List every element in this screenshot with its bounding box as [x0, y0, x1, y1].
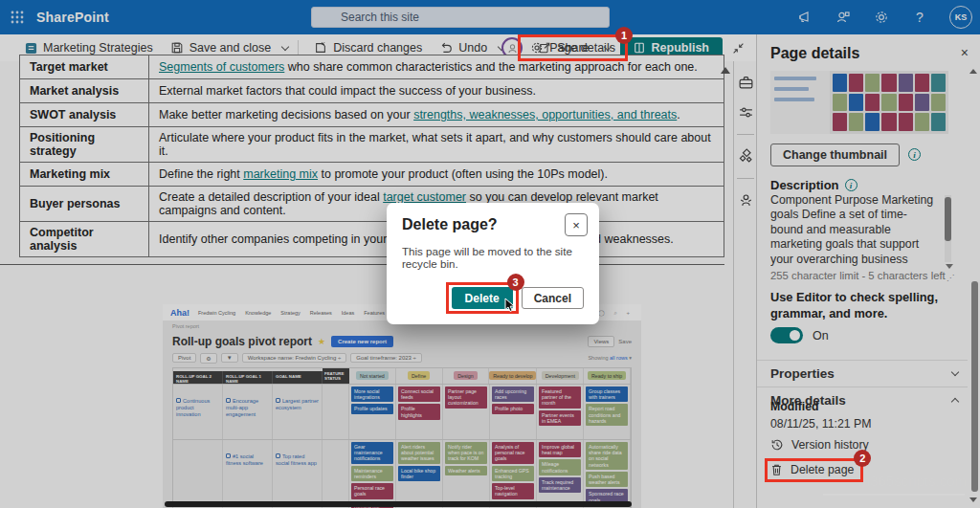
aha-feature-chip: Featured partner of the month	[539, 387, 581, 409]
version-history-button[interactable]: Version history	[770, 438, 869, 452]
divider	[737, 134, 754, 135]
aha-pivot-grid: ROLL-UP GOAL 2 NAMEROLL-UP GOAL 1 NAMEGO…	[172, 367, 632, 508]
aha-goal-header: ROLL-UP GOAL 1 NAME	[223, 371, 273, 384]
aha-status-column: Improve global heat mapMileage notificat…	[537, 440, 584, 508]
aha-feature-chip: Analysis of personal race goals	[492, 442, 534, 464]
aha-pivot-row: Continuous product innovationEncourage m…	[173, 384, 631, 439]
aha-feature-chip: Report road conditions and hazards	[586, 404, 628, 426]
table-desc-cell: External market factors that could impac…	[149, 79, 724, 103]
search-input[interactable]	[311, 7, 610, 28]
table-link[interactable]: target customer	[383, 190, 466, 204]
share-icon	[538, 41, 551, 55]
table-text: Create a detailed description of your id…	[159, 190, 383, 204]
property-pane-icon[interactable]	[738, 104, 754, 121]
app-launcher-icon[interactable]	[0, 0, 34, 34]
thumbnail-grid	[830, 71, 948, 134]
table-link[interactable]: Segments of customers	[159, 60, 284, 74]
aha-feature-chip: Improve global heat map	[539, 442, 581, 457]
scroll-down-arrow[interactable]	[969, 497, 977, 502]
table-term-cell: Target market	[20, 55, 149, 79]
info-icon[interactable]: i	[908, 148, 921, 161]
discard-changes-label: Discard changes	[333, 41, 422, 55]
aha-report-title: Roll-up goals pivot report	[172, 335, 312, 348]
scrollbar-thumb[interactable]	[971, 281, 978, 492]
aha-feature-chip: Mileage notifications	[539, 459, 581, 475]
watermark-underline	[823, 494, 965, 496]
toolbox-icon[interactable]	[738, 75, 754, 91]
table-link[interactable]: strengths, weaknesses, opportunities, an…	[413, 108, 677, 121]
aha-goal-header: ROLL-UP GOAL 2 NAME	[173, 371, 223, 384]
aha-nav-item: Ideas	[342, 310, 354, 316]
mouse-cursor	[504, 298, 517, 317]
scroll-up-arrow[interactable]	[969, 69, 977, 74]
aha-nav-item: Fredwin Cycling	[198, 310, 235, 316]
aha-feature-chip: Profile photo	[492, 404, 534, 413]
discard-icon	[314, 41, 327, 55]
table-link[interactable]: marketing mix	[243, 167, 318, 181]
aha-feature-chip: Track required maintenance	[539, 477, 581, 493]
save-chevron-icon[interactable]	[281, 42, 289, 50]
table-text: External market factors that could impac…	[159, 84, 536, 98]
aha-filter-chips: Workspace name: Fredwin Cycling ÷Goal ti…	[242, 353, 422, 363]
description-scrollbar[interactable]	[945, 195, 951, 262]
aha-feature-chip: Top-level navigation	[492, 483, 534, 498]
divider	[737, 178, 754, 179]
aha-status-column: Automatically share ride data on social …	[584, 440, 631, 508]
aha-filter-chip: Goal timeframe: 2023 ÷	[350, 353, 422, 363]
change-thumbnail-button[interactable]: Change thumbnail	[770, 144, 900, 166]
table-text: .	[677, 108, 679, 121]
republish-label: Republish	[652, 41, 709, 55]
page-doc-icon	[25, 42, 37, 55]
help-icon[interactable]: ?	[911, 9, 928, 26]
chat-icon	[226, 453, 231, 458]
delete-page-button[interactable]: Delete page	[770, 463, 854, 476]
aha-logo: Aha!	[170, 308, 189, 318]
aha-status-chip: Ready to develop	[489, 371, 536, 380]
aha-status-column: Notify rider when pace is on track for K…	[443, 440, 490, 508]
aha-filter-button: ▼	[221, 353, 238, 363]
site-page-label: Marketing Strategies	[43, 41, 153, 55]
table-row: Positioning strategyArticulate where you…	[20, 127, 724, 163]
close-icon[interactable]: ×	[565, 213, 588, 236]
collapse-icon[interactable]	[732, 42, 745, 55]
table-desc-cell: Define the right marketing mix to promot…	[149, 163, 724, 187]
person-badge-icon[interactable]	[835, 9, 852, 26]
properties-section[interactable]: Properties	[770, 364, 958, 383]
web-part-icon[interactable]	[738, 192, 754, 209]
aha-pivot-row: #1 social fitness softwareTop rated soci…	[173, 439, 631, 508]
description-field[interactable]: Component Purpose Marketing goals Define…	[770, 193, 939, 266]
cancel-button[interactable]: Cancel	[522, 287, 584, 309]
aha-feature-chip: Profile updates	[351, 404, 393, 413]
aha-nav-item: Releases	[310, 310, 332, 316]
aha-feature-chip: Alert riders about potential weather iss…	[398, 442, 440, 464]
modified-value: 08/11/25, 11:21 PM	[770, 417, 872, 431]
gear-icon[interactable]	[873, 9, 890, 26]
table-desc-cell: Segments of customers who share common c…	[149, 55, 724, 79]
aha-status-column: Analysis of personal race goalsEnhanced …	[490, 440, 537, 508]
undo-icon	[439, 41, 453, 55]
aha-horizontal-scrollbar[interactable]	[165, 501, 632, 507]
aha-nav-item: Features	[364, 310, 385, 316]
resize-handle[interactable]: ⋰	[947, 274, 954, 282]
aha-status-column: Alert riders about potential weather iss…	[396, 440, 443, 508]
design-ideas-icon[interactable]	[738, 148, 754, 165]
aha-status-column: Gear maintenance notificationsMaintenanc…	[349, 440, 396, 508]
aha-feature-chip: Group classes with trainers	[586, 387, 628, 402]
scroll-up-arrow[interactable]	[721, 67, 730, 74]
aha-feature-chip: Connect social feeds	[398, 387, 440, 402]
republish-page-icon	[634, 42, 645, 54]
aha-nav-item: Strategy	[280, 310, 300, 316]
aha-feature-status-header: FEATURE STATUS	[323, 368, 349, 384]
info-icon[interactable]: i	[845, 179, 858, 191]
close-icon[interactable]: ×	[961, 45, 969, 60]
aha-filter-chip: Workspace name: Fredwin Cycling ÷	[242, 353, 347, 363]
megaphone-icon[interactable]	[796, 9, 813, 26]
watermark: m365scripts.com	[858, 473, 967, 489]
scroll-down-arrow[interactable]	[946, 264, 953, 269]
table-term-cell: Positioning strategy	[20, 127, 149, 163]
account-avatar[interactable]: KS	[949, 6, 972, 29]
table-row: Buyer personasCreate a detailed descript…	[20, 187, 724, 222]
share-chevron-icon[interactable]	[603, 42, 611, 50]
aha-goal-cell	[173, 440, 223, 508]
editor-toggle[interactable]	[770, 327, 803, 343]
